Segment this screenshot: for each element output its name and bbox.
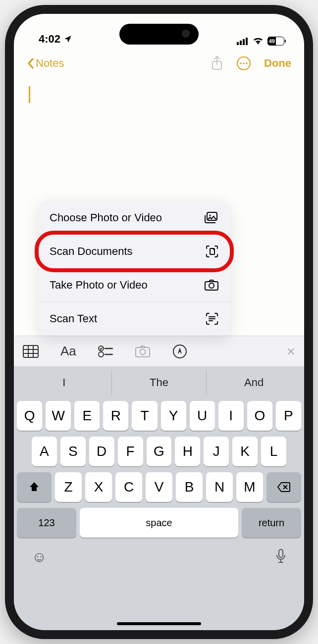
suggestion-row: I The And: [17, 370, 301, 395]
svg-rect-14: [23, 346, 38, 357]
suggestion[interactable]: And: [206, 370, 301, 395]
svg-rect-3: [246, 38, 248, 45]
phone-screen: 4:02 49 Notes Done: [14, 14, 304, 630]
key-t[interactable]: T: [132, 401, 157, 431]
table-icon[interactable]: [23, 345, 39, 358]
markup-icon[interactable]: [172, 344, 187, 359]
svg-point-10: [209, 214, 211, 216]
key-c[interactable]: C: [115, 472, 142, 502]
space-key[interactable]: space: [80, 508, 238, 538]
svg-rect-1: [240, 41, 242, 45]
menu-item-scan-text[interactable]: Scan Text: [39, 302, 230, 336]
svg-point-6: [240, 62, 242, 64]
svg-rect-20: [279, 549, 283, 557]
backspace-icon: [277, 482, 291, 493]
key-row-2: A S D F G H J K L: [17, 437, 301, 466]
dynamic-island: [119, 24, 199, 45]
key-m[interactable]: M: [236, 472, 263, 502]
menu-item-choose-photo[interactable]: Choose Photo or Video: [39, 201, 230, 235]
text-scan-icon: [205, 312, 219, 326]
key-j[interactable]: J: [204, 437, 229, 466]
backspace-key[interactable]: [266, 472, 301, 502]
keyboard: I The And Q W E R T Y U I O P A S D F: [14, 366, 304, 630]
key-r[interactable]: R: [103, 401, 128, 431]
camera-icon: [204, 279, 219, 291]
key-h[interactable]: H: [175, 437, 200, 466]
suggestion[interactable]: The: [111, 370, 207, 395]
menu-item-label: Take Photo or Video: [50, 279, 148, 292]
menu-item-scan-documents[interactable]: Scan Documents: [39, 235, 230, 269]
key-i[interactable]: I: [218, 401, 244, 431]
key-k[interactable]: K: [232, 437, 258, 466]
menu-item-label: Choose Photo or Video: [50, 211, 162, 224]
suggestion[interactable]: I: [17, 370, 111, 395]
text-cursor: [29, 86, 30, 103]
key-s[interactable]: S: [60, 437, 86, 466]
key-row-4: 123 space return: [17, 508, 301, 538]
dictation-key[interactable]: [275, 548, 286, 563]
key-a[interactable]: A: [32, 437, 57, 466]
cellular-icon: [237, 37, 249, 45]
key-row-3: Z X C V B N M: [17, 472, 301, 502]
nav-bar: Notes Done: [14, 49, 304, 78]
key-l[interactable]: L: [261, 437, 286, 466]
menu-item-take-photo[interactable]: Take Photo or Video: [39, 269, 230, 302]
wifi-icon: [253, 37, 264, 45]
key-o[interactable]: O: [247, 401, 272, 431]
key-x[interactable]: X: [85, 472, 112, 502]
phone-frame: 4:02 49 Notes Done: [5, 5, 313, 639]
status-time: 4:02: [39, 33, 60, 46]
key-b[interactable]: B: [176, 472, 203, 502]
location-icon: [63, 35, 72, 44]
svg-point-16: [99, 352, 104, 357]
svg-rect-0: [237, 42, 239, 45]
chevron-left-icon: [27, 57, 35, 69]
key-e[interactable]: E: [74, 401, 100, 431]
key-v[interactable]: V: [146, 472, 172, 502]
status-right: 49: [237, 37, 284, 46]
battery-indicator: 49: [267, 37, 284, 46]
back-button[interactable]: Notes: [27, 57, 64, 70]
home-indicator[interactable]: [117, 622, 201, 625]
done-button[interactable]: Done: [264, 57, 291, 70]
emoji-key[interactable]: ☺: [32, 548, 47, 565]
key-p[interactable]: P: [276, 401, 301, 431]
key-q[interactable]: Q: [17, 401, 42, 431]
menu-item-label: Scan Documents: [50, 245, 133, 258]
svg-rect-2: [243, 39, 245, 45]
keyboard-bottom-row: ☺: [17, 544, 301, 565]
key-u[interactable]: U: [190, 401, 215, 431]
camera-menu-popover: Choose Photo or Video Scan Documents Tak…: [39, 201, 230, 336]
checklist-icon[interactable]: [98, 345, 113, 358]
svg-point-8: [246, 62, 248, 64]
return-key[interactable]: return: [242, 508, 301, 538]
shift-icon: [28, 481, 40, 493]
svg-point-7: [243, 62, 245, 64]
key-y[interactable]: Y: [161, 401, 186, 431]
key-n[interactable]: N: [206, 472, 233, 502]
note-body[interactable]: Choose Photo or Video Scan Documents Tak…: [14, 78, 304, 336]
text-style-button[interactable]: Aa: [60, 344, 76, 359]
menu-item-label: Scan Text: [50, 312, 97, 325]
svg-point-13: [209, 283, 214, 288]
shift-key[interactable]: [17, 472, 52, 502]
more-icon[interactable]: [236, 56, 251, 71]
key-row-1: Q W E R T Y U I O P: [17, 401, 301, 431]
key-z[interactable]: Z: [55, 472, 82, 502]
key-f[interactable]: F: [118, 437, 143, 466]
battery-pct: 49: [268, 37, 276, 45]
svg-point-18: [140, 349, 145, 354]
key-d[interactable]: D: [89, 437, 114, 466]
photo-stack-icon: [204, 211, 219, 224]
status-left: 4:02: [39, 33, 72, 46]
key-g[interactable]: G: [147, 437, 172, 466]
close-toolbar-icon[interactable]: ×: [286, 343, 295, 360]
numbers-key[interactable]: 123: [17, 508, 76, 538]
doc-scan-icon: [205, 245, 219, 258]
camera-toolbar-icon[interactable]: [135, 345, 151, 358]
key-w[interactable]: W: [46, 401, 71, 431]
back-label: Notes: [36, 57, 64, 70]
share-icon[interactable]: [211, 55, 223, 71]
formatting-toolbar: Aa ×: [14, 336, 304, 366]
